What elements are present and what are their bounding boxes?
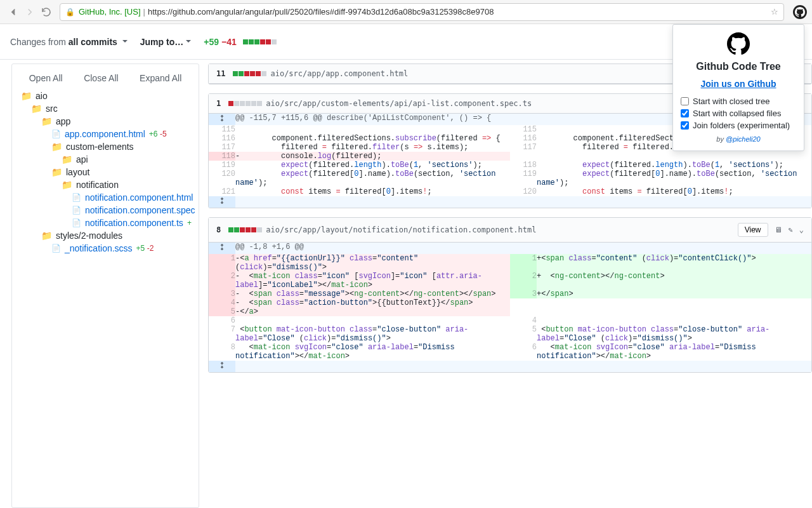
expand-icon[interactable] — [209, 196, 235, 208]
folder-notification[interactable]: 📁notification — [16, 178, 195, 191]
folder-src[interactable]: 📁src — [16, 102, 195, 115]
folder-api[interactable]: 📁api — [16, 153, 195, 166]
view-button[interactable]: View — [738, 223, 768, 237]
expand-icon[interactable] — [209, 361, 235, 372]
folder-custom-elements[interactable]: 📁custom-elements — [16, 140, 195, 153]
expand-icon[interactable] — [209, 243, 235, 254]
file-icon: 📄 — [51, 244, 61, 253]
folder-icon: 📁 — [62, 180, 72, 190]
file-diff: 8aio/src/app/layout/notification/notific… — [208, 217, 812, 373]
popup-byline: by @picheli20 — [681, 135, 796, 143]
file-notification.component.html[interactable]: 📄notification.component.html — [16, 191, 195, 204]
folder-icon: 📁 — [21, 91, 32, 101]
url-bar[interactable]: 🔒 GitHub, Inc. [US] | https://github.com… — [60, 3, 784, 21]
folder-icon: 📁 — [41, 231, 52, 241]
extension-popup: Github Code Tree Join us on Github Start… — [672, 24, 804, 151]
url-org: GitHub, Inc. [US] — [79, 7, 141, 17]
diff-stats: +59 −41 — [204, 37, 277, 47]
file-icon: 📄 — [72, 193, 81, 202]
file-icon: 📄 — [72, 206, 81, 215]
back-button[interactable] — [5, 4, 22, 20]
open-all[interactable]: Open All — [29, 73, 63, 83]
file-icon: 📄 — [72, 218, 81, 227]
folder-icon: 📁 — [62, 154, 72, 164]
opt-closed-tree[interactable]: Start with closed tree — [681, 97, 796, 106]
lock-icon: 🔒 — [65, 8, 75, 17]
changes-from-dropdown[interactable]: Changes from all commits — [10, 37, 128, 47]
file-notification.component.spec[interactable]: 📄notification.component.spec — [16, 204, 195, 217]
jump-to-dropdown[interactable]: Jump to… — [140, 37, 191, 47]
file-notification.component.ts[interactable]: 📄notification.component.ts + — [16, 217, 195, 229]
opt-collapsed-files[interactable]: Start with collapsed files — [681, 109, 796, 118]
chevron-down-icon[interactable]: ⌄ — [799, 225, 804, 234]
folder-icon: 📁 — [41, 116, 52, 126]
expand-all[interactable]: Expand All — [140, 73, 181, 83]
folder-icon: 📁 — [51, 167, 62, 177]
url-text: https://github.com/angular/angular/pull/… — [148, 7, 767, 17]
folder-icon: 📁 — [31, 104, 42, 114]
file-header[interactable]: 8aio/src/app/layout/notification/notific… — [209, 218, 811, 243]
file-_notification.scss[interactable]: 📄_notification.scss +5 -2 — [16, 242, 195, 255]
file-icon: 📄 — [51, 130, 61, 138]
github-logo-icon — [727, 32, 750, 55]
join-link[interactable]: Join us on Github — [681, 79, 796, 89]
forward-button[interactable] — [22, 4, 38, 20]
file-app.component.html[interactable]: 📄app.component.html +6 -5 — [16, 128, 195, 140]
display-icon[interactable]: 🖥 — [775, 225, 782, 234]
folder-layout[interactable]: 📁layout — [16, 166, 195, 178]
reload-button[interactable] — [38, 4, 55, 20]
edit-icon[interactable]: ✎ — [789, 225, 793, 234]
star-icon[interactable]: ☆ — [771, 7, 778, 17]
folder-app[interactable]: 📁app — [16, 115, 195, 128]
folder-aio[interactable]: 📁aio — [16, 90, 195, 102]
browser-bar: 🔒 GitHub, Inc. [US] | https://github.com… — [0, 0, 812, 24]
close-all[interactable]: Close All — [84, 73, 118, 83]
folder-styles/2-modules[interactable]: 📁styles/2-modules — [16, 229, 195, 242]
expand-icon[interactable] — [209, 114, 235, 125]
extension-icon[interactable] — [793, 5, 807, 19]
folder-icon: 📁 — [51, 142, 62, 152]
opt-join-folders[interactable]: Join folders (experimental) — [681, 121, 796, 130]
author-link[interactable]: @picheli20 — [726, 135, 761, 143]
file-tree-sidebar: Open All Close All Expand All 📁aio📁src📁a… — [11, 64, 199, 508]
popup-title: Github Code Tree — [681, 61, 796, 72]
